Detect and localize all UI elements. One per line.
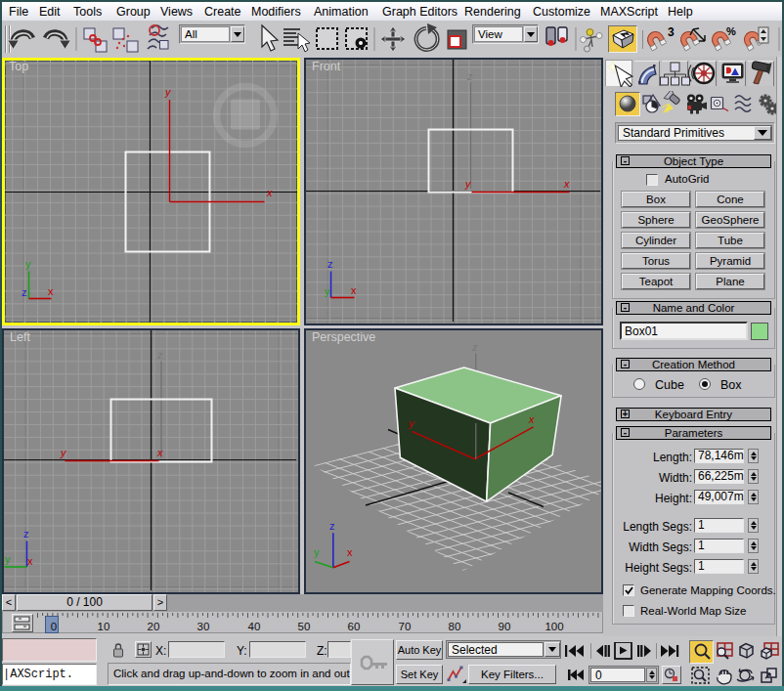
svg-text:z: z xyxy=(23,528,29,540)
svg-text:z: z xyxy=(327,258,333,270)
svg-text:x: x xyxy=(528,413,535,425)
svg-text:z: z xyxy=(466,70,473,82)
svg-text:y: y xyxy=(5,553,11,565)
svg-text:y: y xyxy=(25,258,31,270)
svg-text:x: x xyxy=(563,178,570,190)
svg-text:z: z xyxy=(471,341,478,353)
svg-text:x: x xyxy=(351,284,357,296)
svg-text:x: x xyxy=(266,187,273,198)
svg-text:y: y xyxy=(164,86,172,98)
svg-text:x: x xyxy=(156,447,163,458)
svg-text:x: x xyxy=(347,546,353,558)
svg-text:x: x xyxy=(27,555,33,567)
svg-text:z: z xyxy=(329,520,335,532)
svg-text:%: % xyxy=(726,25,736,37)
svg-text:3: 3 xyxy=(668,25,675,39)
svg-text:y: y xyxy=(325,285,330,297)
svg-text:z: z xyxy=(156,349,163,361)
svg-text:z: z xyxy=(22,286,27,298)
svg-text:y: y xyxy=(60,447,67,458)
svg-text:y: y xyxy=(314,546,320,558)
svg-text:x: x xyxy=(48,285,54,297)
